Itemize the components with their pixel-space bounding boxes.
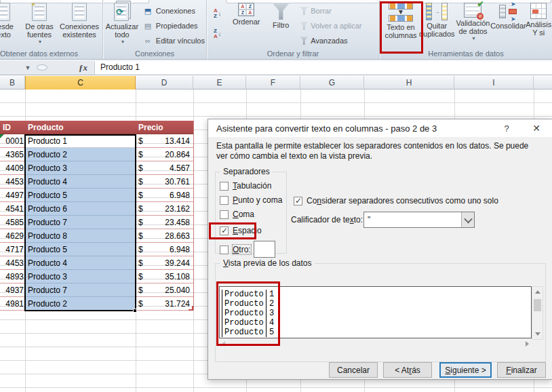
insert-function-icon[interactable]: ƒx	[79, 62, 87, 73]
checkbox-tab[interactable]: Tabulación	[220, 180, 271, 191]
cell-producto[interactable]: Producto 3	[25, 270, 136, 283]
advanced-filter-button[interactable]: Avanzadas	[298, 34, 363, 47]
cell-id[interactable]: 4453	[0, 256, 25, 270]
checkbox-comma[interactable]: Coma	[220, 209, 254, 220]
cell-id[interactable]: 4409	[0, 161, 25, 175]
scroll-up-icon[interactable]	[535, 290, 540, 294]
cell-producto[interactable]: Producto 6	[25, 202, 136, 216]
cell-producto[interactable]: Producto 2	[25, 148, 136, 161]
column-header-C[interactable]: C	[25, 76, 136, 90]
cell-id[interactable]: 4717	[0, 243, 25, 256]
what-if-analysis-button[interactable]: Análisis Y si	[525, 0, 552, 47]
column-header-I[interactable]: I	[454, 76, 534, 90]
existing-connections-button[interactable]: Conexiones existentes	[58, 0, 100, 47]
cell-producto[interactable]: Producto 5	[25, 189, 136, 202]
cell-precio[interactable]: $23.458	[136, 216, 194, 229]
reapply-button[interactable]: Volver a aplicar	[298, 19, 363, 33]
semicolon-checkbox[interactable]	[220, 196, 229, 205]
column-header-E[interactable]: E	[193, 76, 246, 90]
finish-button[interactable]: Finalizar	[497, 362, 546, 378]
name-box-dropdown-icon[interactable]: ▼	[23, 64, 33, 71]
cell-precio[interactable]: $6.948	[136, 189, 194, 202]
table-resize-handle[interactable]	[189, 306, 193, 311]
formula-input[interactable]: Producto 1	[95, 61, 552, 75]
checkbox-other[interactable]: Otro:	[220, 244, 251, 255]
from-text-button[interactable]: Desde texto	[0, 0, 20, 47]
cell-id[interactable]: 4893	[0, 270, 25, 283]
cell-producto[interactable]: Producto 4	[25, 175, 136, 189]
back-button[interactable]: < Atrás	[383, 362, 432, 378]
tab-checkbox[interactable]	[220, 182, 229, 191]
scrollbar-thumb[interactable]	[534, 299, 541, 311]
consolidate-button[interactable]: ➤➤ Consolidar	[491, 0, 525, 47]
other-sources-button[interactable]: ✦ De otras fuentes	[20, 0, 58, 47]
cell-id[interactable]: 4585	[0, 216, 25, 229]
column-header-H[interactable]: H	[364, 76, 454, 90]
scroll-left-icon[interactable]	[222, 341, 225, 347]
cell-producto[interactable]: Producto 2	[25, 297, 136, 311]
cell-id[interactable]: 4453	[0, 175, 25, 189]
cell-producto[interactable]: Producto 8	[25, 229, 136, 243]
other-checkbox[interactable]	[220, 246, 229, 254]
cell-id[interactable]: 4981	[0, 297, 25, 311]
cell-id[interactable]: 4541	[0, 202, 25, 216]
data-validation-button[interactable]: ✔⊘ Validación de datos	[455, 0, 492, 47]
cancel-button[interactable]: Cancelar	[329, 362, 378, 378]
cell-id[interactable]: 4629	[0, 229, 25, 243]
other-separator-input[interactable]	[254, 241, 275, 258]
cell-producto-active[interactable]: Producto 1	[25, 134, 136, 148]
scroll-right-icon[interactable]	[526, 341, 529, 347]
cell-id[interactable]: 4497	[0, 189, 25, 202]
edit-links-button[interactable]: ∞ Editar vínculos	[141, 34, 206, 47]
next-button[interactable]: Siguiente >	[439, 362, 492, 378]
table-header-id[interactable]: ID	[0, 121, 25, 134]
refresh-all-button[interactable]: ⟳ Actualizar todo	[103, 0, 141, 47]
column-header-D[interactable]: D	[136, 76, 193, 90]
cell-producto[interactable]: Producto 7	[25, 283, 136, 297]
cell-id[interactable]: 4937	[0, 283, 25, 297]
combobox-dropdown-icon[interactable]	[461, 212, 474, 227]
column-header-B[interactable]: B	[0, 76, 25, 90]
sort-button[interactable]: AZ ZA Ordenar	[226, 0, 266, 47]
remove-duplicates-button[interactable]: → Quitar duplicados	[419, 0, 455, 47]
checkbox-semicolon[interactable]: Punto y coma	[220, 195, 282, 205]
connections-button[interactable]: ⬒ Conexiones	[141, 4, 206, 18]
help-icon[interactable]: ?	[496, 119, 517, 137]
cell-producto[interactable]: Producto 5	[25, 243, 136, 256]
column-header-F[interactable]: F	[246, 76, 300, 90]
cell-precio[interactable]: $23.162	[136, 202, 194, 216]
cell-precio[interactable]: $28.663	[136, 229, 194, 243]
cell-precio[interactable]: $20.864	[136, 148, 194, 161]
checkbox-consecutive[interactable]: Considerar separadores consecutivos como…	[294, 195, 498, 206]
consecutive-checkbox[interactable]	[294, 197, 302, 205]
text-to-columns-button[interactable]: ▼ Texto en columnas	[382, 0, 419, 47]
cell-producto[interactable]: Producto 4	[25, 256, 136, 270]
close-icon[interactable]: ✕	[526, 119, 547, 137]
column-header-G[interactable]: G	[300, 76, 364, 90]
table-header-precio[interactable]: Precio	[136, 121, 194, 134]
scroll-down-icon[interactable]	[535, 332, 540, 336]
table-header-producto[interactable]: Producto	[25, 121, 136, 134]
cell-id[interactable]: 4365	[0, 148, 25, 161]
preview-horizontal-scrollbar[interactable]	[219, 339, 532, 349]
cell-precio[interactable]: $30.761	[136, 175, 194, 189]
checkbox-space[interactable]: Espacio	[220, 225, 262, 236]
space-checkbox[interactable]	[220, 227, 229, 235]
text-qualifier-combobox[interactable]: "	[363, 212, 475, 228]
cell-precio[interactable]: $6.948	[136, 243, 194, 256]
cell-precio[interactable]: $13.414	[136, 134, 194, 148]
comma-checkbox[interactable]	[220, 210, 229, 219]
cell-precio[interactable]: $4.567	[136, 161, 194, 175]
cell-producto[interactable]: Producto 3	[25, 161, 136, 175]
sort-za-button[interactable]: ZA↓	[214, 26, 221, 42]
filter-button[interactable]: Filtro	[266, 0, 296, 47]
properties-button[interactable]: ▤ Propiedades	[141, 19, 206, 33]
cell-producto[interactable]: Producto 7	[25, 216, 136, 229]
preview-vertical-scrollbar[interactable]	[532, 286, 543, 340]
fill-handle[interactable]	[133, 309, 137, 313]
cell-precio[interactable]: $35.108	[136, 270, 194, 283]
clear-filter-button[interactable]: Borrar	[298, 4, 363, 18]
cell-precio[interactable]: $25.040	[136, 283, 194, 297]
cell-precio[interactable]: $39.244	[136, 256, 194, 270]
sort-az-button[interactable]: AZ↓	[214, 5, 221, 22]
